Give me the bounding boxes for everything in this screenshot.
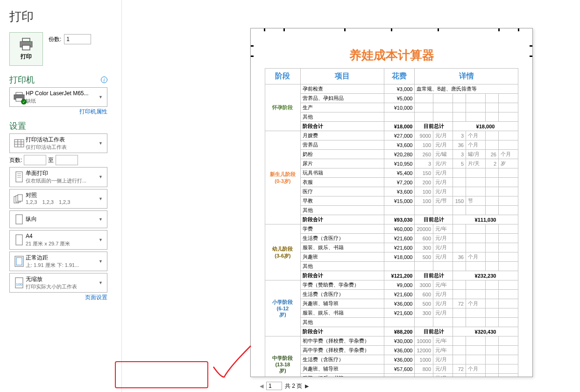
collate-dropdown[interactable]: 对照 1,2,3 1,2,3 1,2,3 ▼ — [9, 189, 107, 209]
page-setup-link[interactable]: 页面设置 — [9, 294, 107, 301]
paper-dropdown[interactable]: A4 21 厘米 x 29.7 厘米 ▼ — [9, 230, 107, 250]
orientation-dropdown[interactable]: 纵向 ▼ — [9, 210, 107, 228]
chevron-down-icon: ▼ — [99, 141, 104, 146]
margins-icon — [13, 255, 26, 268]
chevron-down-icon: ▼ — [99, 259, 104, 264]
page-title: 打印 — [9, 8, 107, 25]
svg-rect-0 — [22, 38, 30, 42]
svg-rect-4 — [16, 92, 22, 95]
table-row: 服装、娱乐、书籍¥21,600300元/月 — [265, 308, 518, 318]
print-button[interactable]: 打印 — [9, 32, 43, 66]
printer-name: HP Color LaserJet M65... — [26, 90, 99, 98]
settings-section-title: 设置 — [9, 120, 26, 132]
subtotal-row: 阶段合计¥93,030目前总计¥111,030 — [265, 215, 518, 224]
paper-icon — [13, 233, 26, 246]
table-row: 怀孕阶段孕前检查¥3,000血常规、B超、唐氏筛查等 — [265, 84, 518, 94]
printer-icon — [19, 38, 34, 51]
table-row: 幼儿阶段(3-6岁)学费¥60,00020000元/年 — [265, 224, 518, 234]
table-row: 兴趣班、辅导班¥57,600800元/月72个月 — [265, 364, 518, 374]
printer-properties-link[interactable]: 打印机属性 — [9, 108, 107, 116]
pages-from-input[interactable] — [24, 155, 46, 165]
table-row: 中学阶段(13-18岁)初中学费（择校费、学杂费）¥30,00010000元/年 — [265, 336, 518, 346]
margins-dropdown[interactable]: 正常边距 上: 1.91 厘米 下: 1.91... ▼ — [9, 252, 107, 271]
table-row: 生产¥10,000 — [265, 103, 518, 112]
table-row: 医疗¥3,600100元/月 — [265, 187, 518, 196]
table-row: 生活费（含医疗）¥21,600600元/月 — [265, 234, 518, 243]
svg-text:100: 100 — [16, 282, 22, 287]
subtotal-row: 阶段合计¥18,000目前总计¥18,000 — [265, 122, 518, 131]
table-row: 生活费（含医疗）¥21,600600元/月 — [265, 290, 518, 299]
table-row: 其他 — [265, 262, 518, 271]
printer-status-icon: ✓ — [21, 99, 27, 105]
table-row: 生活费（含医疗）¥36,0001000元/月 — [265, 355, 518, 364]
printer-section-title: 打印机 — [9, 74, 35, 85]
table-row: 玩具书籍¥5,400150元/月 — [265, 168, 518, 178]
pages-to-input[interactable] — [56, 155, 78, 165]
document-title: 养娃成本计算器 — [265, 47, 518, 63]
duplex-dropdown[interactable]: 单面打印 仅在纸面的一侧上进行打... ▼ — [9, 167, 107, 187]
copies-label: 份数: — [49, 35, 61, 43]
print-scope-dropdown[interactable]: 打印活动工作表 仅打印活动工作表 ▼ — [9, 133, 107, 153]
svg-point-3 — [30, 42, 31, 43]
svg-rect-18 — [18, 195, 22, 201]
table-row: 高中学费（择校费、学杂费）¥36,00012000元/年 — [265, 346, 518, 355]
orientation-icon — [13, 213, 26, 226]
table-row: 服装、娱乐、书籍¥36,000500元/月 — [265, 374, 518, 378]
current-page-input[interactable] — [266, 382, 282, 390]
duplex-icon — [13, 170, 26, 183]
table-row: 兴趣班、辅导班¥36,000500元/月72个月 — [265, 299, 518, 308]
copies-input[interactable] — [64, 34, 91, 44]
table-row: 营养品、孕妇用品¥5,000 — [265, 94, 518, 103]
pages-from-label: 页数: — [9, 156, 22, 164]
cost-table: 阶段项目花费详情 怀孕阶段孕前检查¥3,000血常规、B超、唐氏筛查等营养品、孕… — [265, 68, 518, 377]
svg-rect-2 — [22, 45, 30, 50]
page-navigator: ◀ 共 2 页 ▶ — [260, 382, 309, 390]
printer-status: 缺纸 — [26, 98, 99, 105]
pages-to-label: 至 — [48, 156, 54, 164]
table-row: 早教¥15,000100元/节150节 — [265, 196, 518, 206]
table-row: 尿片¥10,9503元/片5片/天2岁 — [265, 159, 518, 168]
info-icon[interactable]: i — [101, 77, 107, 83]
chevron-down-icon: ▼ — [99, 217, 104, 222]
table-row: 营养品¥3,600100元/月36个月 — [265, 140, 518, 150]
table-row: 衣服¥7,200200元/月 — [265, 178, 518, 187]
subtotal-row: 阶段合计¥121,200目前总计¥232,230 — [265, 271, 518, 280]
prev-page-button[interactable]: ◀ — [260, 383, 263, 389]
chevron-down-icon: ▼ — [99, 196, 104, 201]
svg-rect-19 — [16, 215, 22, 224]
subtotal-row: 阶段合计¥88,200目前总计¥320,430 — [265, 327, 518, 336]
chevron-down-icon: ▼ — [99, 280, 104, 285]
table-row: 其他 — [265, 112, 518, 122]
table-row: 服装、娱乐、书籍¥21,600300元/月 — [265, 243, 518, 252]
table-row: 兴趣班¥18,000500元/月36个月 — [265, 252, 518, 262]
print-preview-area: 养娃成本计算器 阶段项目花费详情 怀孕阶段孕前检查¥3,000血常规、B超、唐氏… — [121, 0, 580, 392]
svg-rect-20 — [16, 235, 22, 245]
printer-device-icon: ✓ — [13, 91, 26, 104]
total-pages-label: 共 2 页 — [285, 382, 302, 390]
scaling-icon: 100 — [13, 276, 26, 289]
printer-dropdown[interactable]: ✓ HP Color LaserJet M65... 缺纸 ▼ — [9, 87, 107, 107]
preview-page: 养娃成本计算器 阶段项目花费详情 怀孕阶段孕前检查¥3,000血常规、B超、唐氏… — [250, 28, 533, 377]
sheet-icon — [13, 137, 26, 150]
scaling-dropdown[interactable]: 100 无缩放 打印实际大小的工作表 ▼ — [9, 273, 107, 293]
table-row: 其他 — [265, 206, 518, 215]
svg-rect-12 — [16, 172, 22, 182]
table-row: 奶粉¥20,280260元/罐3罐/月26个月 — [265, 150, 518, 159]
chevron-down-icon: ▼ — [99, 95, 104, 99]
table-row: 新生儿阶段(0-3岁)月嫂费¥27,0009000元/月3个月 — [265, 131, 518, 140]
table-row: 其他 — [265, 318, 518, 327]
next-page-button[interactable]: ▶ — [305, 383, 309, 389]
collate-icon — [13, 192, 26, 205]
table-row: 小学阶段(6-12岁)学费（赞助费、学杂费）¥9,0003000元/年 — [265, 280, 518, 290]
chevron-down-icon: ▼ — [99, 175, 104, 179]
svg-rect-7 — [14, 140, 24, 147]
print-button-label: 打印 — [21, 53, 32, 61]
chevron-down-icon: ▼ — [99, 238, 104, 242]
